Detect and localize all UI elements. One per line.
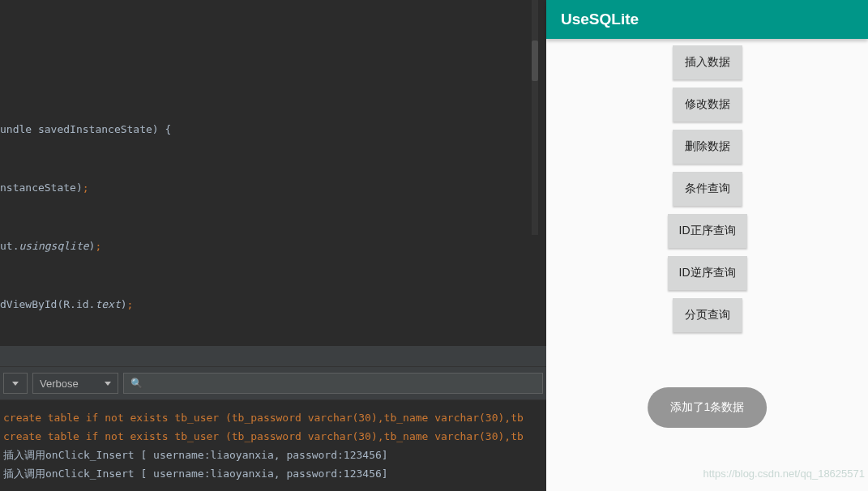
log-line: create table if not exists tb_user (tb_p… bbox=[3, 427, 543, 446]
emulator-panel: UseSQLite 插入数据 修改数据 删除数据 条件查询 ID正序查询 ID逆… bbox=[546, 0, 868, 491]
code-text: nstanceState) bbox=[0, 181, 83, 194]
log-filter-bar: Verbose 🔍 bbox=[0, 366, 546, 400]
code-text: dViewById(R.id. bbox=[0, 298, 95, 310]
editor-scrollbar[interactable] bbox=[532, 0, 538, 235]
app-bar: UseSQLite bbox=[546, 0, 868, 39]
code-identifier: usingsqlite bbox=[19, 240, 88, 252]
search-icon: 🔍 bbox=[130, 378, 143, 389]
log-search-input[interactable]: 🔍 bbox=[123, 373, 543, 394]
code-text: undle savedInstanceState) { bbox=[0, 123, 171, 135]
ide-panel: undle savedInstanceState) { nstanceState… bbox=[0, 0, 546, 491]
log-line: create table if not exists tb_user (tb_p… bbox=[3, 408, 543, 427]
editor-scroll-thumb[interactable] bbox=[532, 41, 538, 81]
insert-button[interactable]: 插入数据 bbox=[673, 45, 742, 79]
code-text: ut. bbox=[0, 240, 19, 252]
code-punct: ; bbox=[95, 240, 101, 252]
logcat-output[interactable]: create table if not exists tb_user (tb_p… bbox=[0, 400, 546, 491]
code-punct: ; bbox=[127, 298, 134, 310]
app-title: UseSQLite bbox=[561, 11, 639, 28]
log-level-dropdown[interactable]: Verbose bbox=[32, 373, 118, 394]
filter-dropdown-1[interactable] bbox=[3, 373, 28, 394]
log-line: 插入调用onClick_Insert [ username:liaoyanxia… bbox=[3, 464, 543, 483]
code-editor[interactable]: undle savedInstanceState) { nstanceState… bbox=[0, 0, 546, 346]
conditional-query-button[interactable]: 条件查询 bbox=[673, 172, 742, 206]
code-identifier: text bbox=[95, 298, 120, 310]
id-asc-query-button[interactable]: ID正序查询 bbox=[668, 214, 747, 248]
log-level-label: Verbose bbox=[40, 378, 79, 390]
chevron-down-icon bbox=[105, 382, 111, 386]
panel-separator bbox=[0, 346, 546, 366]
toast-message: 添加了1条数据 bbox=[648, 387, 768, 428]
chevron-down-icon bbox=[12, 382, 19, 386]
code-punct: ; bbox=[83, 181, 89, 194]
phone-screen: UseSQLite 插入数据 修改数据 删除数据 条件查询 ID正序查询 ID逆… bbox=[546, 0, 868, 491]
log-line: 插入调用onClick_Insert [ username:liaoyanxia… bbox=[3, 446, 543, 464]
update-button[interactable]: 修改数据 bbox=[673, 88, 742, 122]
code-text: ) bbox=[121, 298, 127, 310]
page-query-button[interactable]: 分页查询 bbox=[673, 298, 742, 332]
button-stack: 插入数据 修改数据 删除数据 条件查询 ID正序查询 ID逆序查询 分页查询 bbox=[546, 39, 868, 332]
delete-button[interactable]: 删除数据 bbox=[673, 130, 742, 164]
id-desc-query-button[interactable]: ID逆序查询 bbox=[668, 256, 747, 290]
watermark-text: https://blog.csdn.net/qq_18625571 bbox=[703, 468, 866, 480]
